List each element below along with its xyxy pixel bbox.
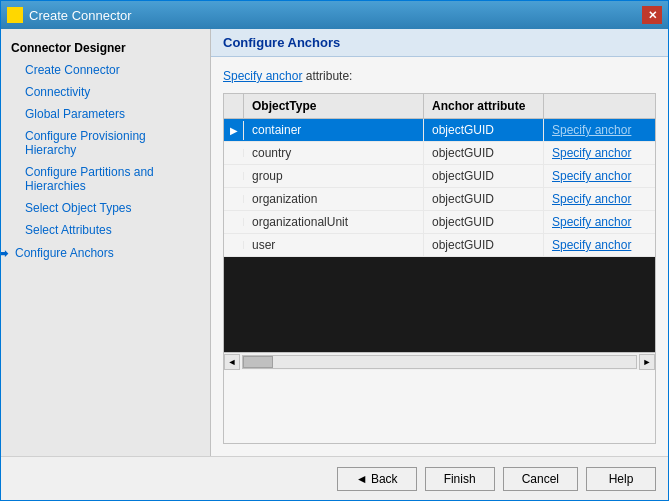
cell-anchor-3: objectGUID [424, 165, 544, 187]
main-window: Create Connector ✕ Connector Designer Cr… [0, 0, 669, 501]
table-row[interactable]: organization objectGUID Specify anchor [224, 188, 655, 211]
sidebar-item-configure-anchors[interactable]: ➡ Configure Anchors [1, 241, 210, 265]
cell-action-6[interactable]: Specify anchor [544, 234, 655, 256]
cell-anchor-2: objectGUID [424, 142, 544, 164]
table-row[interactable]: user objectGUID Specify anchor [224, 234, 655, 257]
cell-action-1[interactable]: Specify anchor [544, 119, 655, 141]
table-row[interactable]: group objectGUID Specify anchor [224, 165, 655, 188]
panel-header: Configure Anchors [211, 29, 668, 57]
black-area [224, 257, 655, 352]
close-button[interactable]: ✕ [642, 6, 662, 24]
cell-anchor-4: objectGUID [424, 188, 544, 210]
cell-anchor-5: objectGUID [424, 211, 544, 233]
row-selector-1: ▶ [224, 121, 244, 140]
cancel-button[interactable]: Cancel [503, 467, 578, 491]
cell-action-4[interactable]: Specify anchor [544, 188, 655, 210]
table-body: ▶ container objectGUID Specify anchor co… [224, 119, 655, 352]
col-header-anchor: Anchor attribute [424, 94, 544, 118]
back-button[interactable]: ◄ Back [337, 467, 417, 491]
anchor-description-suffix: attribute: [302, 69, 352, 83]
col-header-objecttype: ObjectType [244, 94, 424, 118]
col-header-indicator [224, 94, 244, 118]
title-bar: Create Connector ✕ [1, 1, 668, 29]
svg-rect-2 [8, 16, 14, 22]
cell-objecttype-4: organization [244, 188, 424, 210]
anchor-table: ObjectType Anchor attribute Locked ▶ con… [223, 93, 656, 444]
scrollbar-track[interactable] [242, 355, 637, 369]
row-selector-2 [224, 149, 244, 157]
cell-objecttype-1: container [244, 119, 424, 141]
panel-content: Specify anchor attribute: ObjectType Anc… [211, 57, 668, 456]
scrollbar-thumb[interactable] [243, 356, 273, 368]
table-header: ObjectType Anchor attribute Locked [224, 94, 655, 119]
current-item-arrow: ➡ [1, 245, 9, 261]
window-title: Create Connector [29, 8, 132, 23]
row-selector-3 [224, 172, 244, 180]
main-panel: Configure Anchors Specify anchor attribu… [211, 29, 668, 456]
app-icon [7, 7, 23, 23]
sidebar-item-create-connector[interactable]: Create Connector [1, 59, 210, 81]
row-selector-5 [224, 218, 244, 226]
sidebar-label-partitions-hierarchies: Configure Partitions and Hierarchies [25, 165, 200, 193]
sidebar-label-global-parameters: Global Parameters [25, 107, 125, 121]
anchor-description: Specify anchor attribute: [223, 69, 656, 83]
sidebar-item-global-parameters[interactable]: Global Parameters [1, 103, 210, 125]
svg-rect-3 [16, 16, 22, 22]
footer: ◄ Back Finish Cancel Help [1, 456, 668, 500]
help-button[interactable]: Help [586, 467, 656, 491]
cell-objecttype-5: organizationalUnit [244, 211, 424, 233]
title-bar-left: Create Connector [7, 7, 132, 23]
sidebar-label-connectivity: Connectivity [25, 85, 90, 99]
table-row[interactable]: country objectGUID Specify anchor [224, 142, 655, 165]
sidebar-item-select-object-types[interactable]: Select Object Types [1, 197, 210, 219]
sidebar-item-partitions-hierarchies[interactable]: Configure Partitions and Hierarchies [1, 161, 210, 197]
title-bar-controls: ✕ [642, 6, 662, 24]
specify-anchor-link[interactable]: Specify anchor [223, 69, 302, 83]
scroll-left-button[interactable]: ◄ [224, 354, 240, 370]
horizontal-scrollbar[interactable]: ◄ ► [224, 352, 655, 370]
cell-objecttype-2: country [244, 142, 424, 164]
row-selector-6 [224, 241, 244, 249]
sidebar: Connector Designer Create Connector Conn… [1, 29, 211, 456]
cell-anchor-6: objectGUID [424, 234, 544, 256]
sidebar-item-select-attributes[interactable]: Select Attributes [1, 219, 210, 241]
scroll-right-button[interactable]: ► [639, 354, 655, 370]
cell-anchor-1: objectGUID [424, 119, 544, 141]
table-row[interactable]: ▶ container objectGUID Specify anchor [224, 119, 655, 142]
sidebar-label-select-attributes: Select Attributes [25, 223, 112, 237]
col-header-action [544, 94, 656, 118]
sidebar-label-configure-anchors: Configure Anchors [15, 246, 114, 260]
finish-button[interactable]: Finish [425, 467, 495, 491]
sidebar-item-provisioning-hierarchy[interactable]: Configure Provisioning Hierarchy [1, 125, 210, 161]
sidebar-label-create-connector: Create Connector [25, 63, 120, 77]
sidebar-label-provisioning-hierarchy: Configure Provisioning Hierarchy [25, 129, 200, 157]
sidebar-item-connectivity[interactable]: Connectivity [1, 81, 210, 103]
cell-action-3[interactable]: Specify anchor [544, 165, 655, 187]
cell-action-5[interactable]: Specify anchor [544, 211, 655, 233]
row-selector-4 [224, 195, 244, 203]
svg-rect-0 [8, 8, 14, 14]
svg-rect-1 [16, 8, 22, 14]
sidebar-label-select-object-types: Select Object Types [25, 201, 132, 215]
table-row[interactable]: organizationalUnit objectGUID Specify an… [224, 211, 655, 234]
content-area: Connector Designer Create Connector Conn… [1, 29, 668, 456]
cell-objecttype-3: group [244, 165, 424, 187]
cell-objecttype-6: user [244, 234, 424, 256]
sidebar-header: Connector Designer [1, 37, 210, 59]
cell-action-2[interactable]: Specify anchor [544, 142, 655, 164]
